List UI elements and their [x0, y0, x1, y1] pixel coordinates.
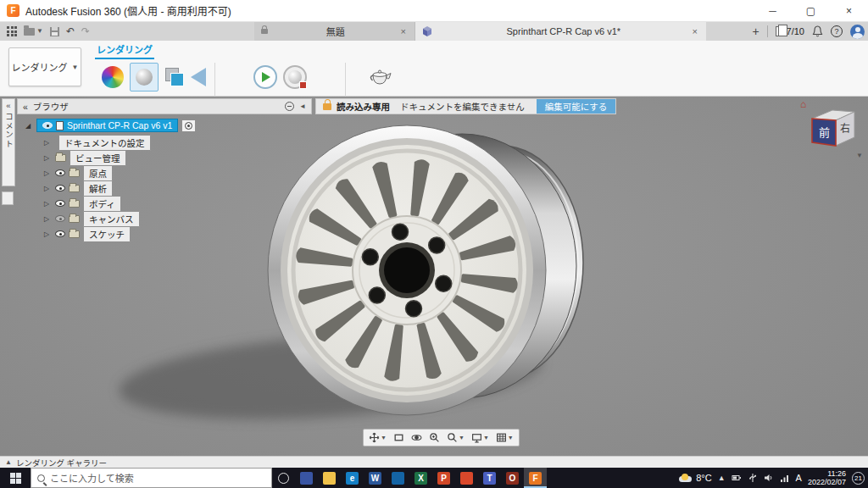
ribbon-tab-render[interactable]: レンダリング: [95, 42, 154, 59]
minimize-button[interactable]: ─: [754, 0, 792, 22]
visibility-eye-icon[interactable]: [55, 169, 65, 176]
browser-tree-row[interactable]: ▷ キャンバス: [17, 211, 312, 226]
new-tab-button[interactable]: +: [752, 25, 759, 38]
expander-icon[interactable]: ▷: [44, 154, 52, 162]
node-label[interactable]: 原点: [83, 165, 113, 181]
home-view-icon[interactable]: ⌂: [800, 98, 806, 110]
model-canvas[interactable]: « コメント « ブラウザ ◄ ◢ Sprinthart CP-R Cap v6…: [0, 97, 868, 456]
visibility-eye-icon[interactable]: [55, 215, 65, 222]
doc-tab-untitled[interactable]: 無題 ×: [254, 22, 415, 41]
volume-icon[interactable]: [764, 473, 774, 483]
tab-close-icon[interactable]: ×: [399, 26, 408, 36]
in-canvas-render-icon[interactable]: [253, 65, 277, 89]
collapsed-panel-tab[interactable]: [2, 191, 14, 205]
file-menu-icon[interactable]: ▼: [24, 28, 43, 36]
expander-icon[interactable]: ▷: [44, 200, 52, 208]
expander-icon[interactable]: ▷: [44, 185, 52, 192]
zoom-in-button[interactable]: [426, 430, 442, 445]
expand-gallery-icon[interactable]: ▲: [5, 458, 12, 466]
close-button[interactable]: ×: [830, 0, 868, 22]
visibility-eye-icon[interactable]: [55, 230, 65, 237]
network-icon[interactable]: [780, 473, 790, 483]
browser-dock-icon[interactable]: ◄: [299, 103, 306, 110]
render-teapot-icon[interactable]: [367, 67, 392, 87]
battery-icon[interactable]: [732, 473, 742, 483]
fit-button[interactable]: [391, 430, 407, 445]
comments-panel-tab[interactable]: « コメント: [2, 98, 15, 186]
taskbar-app-icon[interactable]: [272, 468, 295, 488]
browser-tree-row[interactable]: ▷ 原点: [17, 165, 312, 180]
texture-map-icon[interactable]: [164, 67, 185, 87]
usb-icon[interactable]: [748, 473, 758, 483]
redo-icon[interactable]: ↷: [81, 26, 90, 36]
taskbar-app-icon[interactable]: T: [478, 468, 501, 488]
workspace-selector[interactable]: レンダリング▼: [8, 47, 81, 86]
hidden-icons-chevron[interactable]: ▲: [718, 474, 726, 482]
grid-layout-button[interactable]: ▼: [493, 430, 516, 445]
visibility-eye-icon[interactable]: [55, 185, 65, 191]
job-status[interactable]: 7/10: [776, 26, 804, 36]
make-editable-button[interactable]: 編集可能にする: [537, 99, 616, 114]
visibility-eye-icon[interactable]: [55, 200, 65, 207]
expander-icon[interactable]: ▷: [44, 139, 52, 147]
doc-tab-active[interactable]: Sprinthart CP-R Cap v6 v1* ×: [415, 22, 706, 41]
view-cube[interactable]: ⌂ 前 右 ▼: [798, 98, 863, 159]
expander-icon[interactable]: ▷: [44, 230, 52, 238]
node-label[interactable]: ドキュメントの設定: [58, 135, 151, 151]
browser-tree-row[interactable]: ▷ ビュー管理: [17, 150, 312, 165]
taskbar-clock[interactable]: 11:26 2022/02/07: [808, 469, 846, 486]
weather-widget[interactable]: 8°C: [679, 473, 711, 483]
browser-root-row[interactable]: ◢ Sprinthart CP-R Cap v6 v1: [17, 118, 312, 133]
taskbar-app-icon[interactable]: P: [432, 468, 455, 488]
appearance-color-wheel-icon[interactable]: [102, 66, 124, 88]
node-label[interactable]: スケッチ: [83, 226, 131, 242]
taskbar-app-icon[interactable]: O: [501, 468, 524, 488]
scene-settings-icon[interactable]: [130, 63, 159, 92]
taskbar-app-icon[interactable]: [387, 468, 409, 488]
browser-collapse-icon[interactable]: «: [23, 102, 28, 112]
expander-icon[interactable]: ▷: [44, 215, 52, 223]
visibility-eye-icon[interactable]: [42, 122, 53, 129]
pan-button[interactable]: ▼: [366, 430, 389, 445]
expander-icon[interactable]: ◢: [25, 122, 33, 130]
readonly-warning-bar: 読み込み専用 ドキュメントを編集できません 編集可能にする: [315, 98, 616, 114]
taskbar-search-input[interactable]: ここに入力して検索: [31, 468, 272, 488]
notification-bell-icon[interactable]: [812, 25, 823, 37]
viewcube-menu-icon[interactable]: ▼: [856, 152, 863, 159]
taskbar-app-icon[interactable]: W: [364, 468, 387, 488]
tab-close-icon[interactable]: ×: [691, 26, 699, 36]
expander-icon[interactable]: ▷: [44, 169, 52, 177]
zoom-button[interactable]: ▼: [444, 430, 467, 445]
save-icon[interactable]: [50, 27, 59, 36]
node-label[interactable]: ビュー管理: [70, 150, 126, 166]
maximize-button[interactable]: ▢: [792, 0, 830, 22]
taskbar-app-icon[interactable]: e: [341, 468, 364, 488]
environment-icon[interactable]: [191, 68, 206, 86]
node-label[interactable]: 解析: [83, 180, 113, 197]
notification-count-badge[interactable]: 21: [852, 472, 865, 485]
ime-indicator[interactable]: A: [796, 473, 802, 483]
browser-tree-row[interactable]: ▷ ドキュメントの設定: [17, 135, 312, 150]
undo-icon[interactable]: ↶: [66, 26, 75, 36]
render-gallery-bar[interactable]: ▲ レンダリング ギャラリー: [0, 456, 868, 468]
in-canvas-render-image-icon[interactable]: [283, 65, 307, 89]
taskbar-app-icon[interactable]: X: [409, 468, 432, 488]
start-button[interactable]: [0, 468, 31, 488]
taskbar-app-icon[interactable]: F: [524, 468, 547, 488]
node-label[interactable]: キャンバス: [83, 211, 140, 227]
root-document-label[interactable]: Sprinthart CP-R Cap v6 v1: [36, 119, 178, 132]
user-avatar[interactable]: [850, 25, 865, 39]
taskbar-app-icon[interactable]: [455, 468, 478, 488]
browser-tree-row[interactable]: ▷ ボディ: [17, 196, 312, 211]
browser-minimize-icon[interactable]: [285, 102, 294, 111]
taskbar-app-icon[interactable]: [318, 468, 341, 488]
help-icon[interactable]: ?: [831, 25, 843, 37]
display-state-radio[interactable]: [181, 119, 196, 132]
app-grid-icon[interactable]: [7, 26, 17, 36]
browser-tree-row[interactable]: ▷ 解析: [17, 180, 312, 196]
taskbar-app-icon[interactable]: [295, 468, 318, 488]
orbit-button[interactable]: [409, 430, 425, 445]
display-settings-button[interactable]: ▼: [469, 430, 492, 445]
node-label[interactable]: ボディ: [83, 196, 121, 212]
browser-tree-row[interactable]: ▷ スケッチ: [17, 226, 312, 241]
